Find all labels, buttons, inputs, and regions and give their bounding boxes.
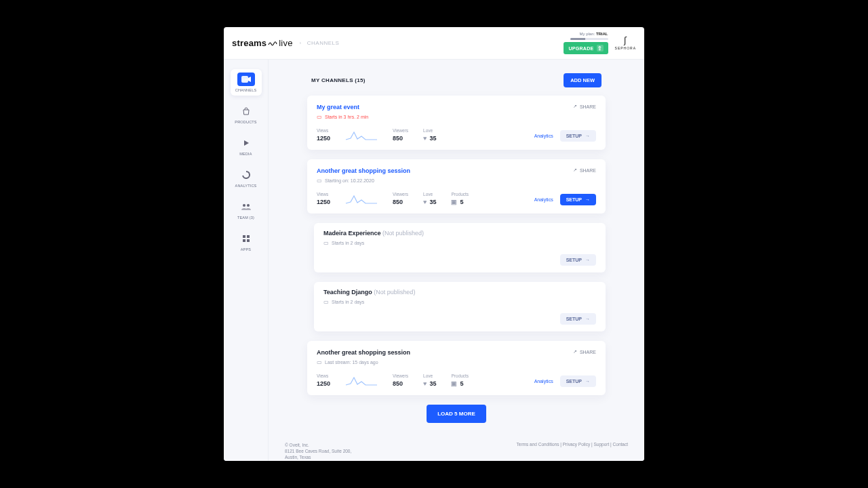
footer-link[interactable]: Terms and Conditions	[517, 442, 559, 447]
channel-card: Another great shopping session↗SHARE▭Sta…	[307, 159, 606, 214]
plan-label: My plan:	[580, 32, 595, 36]
footer-link[interactable]: Contact	[613, 442, 628, 447]
views-value: 1250	[317, 135, 330, 142]
calendar-icon: ▭	[317, 359, 322, 365]
brand-badge[interactable]: ʃ SEPHORA	[615, 36, 636, 50]
calendar-icon: ▭	[323, 240, 329, 246]
viewers-value: 850	[393, 199, 408, 205]
sidebar-item-label: APPS	[241, 247, 251, 251]
sidebar-item-chart[interactable]: ANALYTICS	[231, 165, 262, 191]
chevron-right-icon: ›	[300, 40, 302, 46]
brand-name: SEPHORA	[615, 46, 636, 50]
app-frame: streams live › CHANNELS My plan: TRIAL U…	[224, 27, 644, 461]
sidebar-item-label: MEDIA	[239, 152, 252, 156]
calendar-icon: ▭	[323, 299, 329, 305]
love-label: Love	[423, 128, 436, 133]
viewers-value: 850	[393, 380, 408, 387]
card-meta: ▭Last stream: 15 days ago	[317, 359, 596, 365]
card-title: Teaching Django (Not published)	[323, 289, 415, 296]
top-bar: streams live › CHANNELS My plan: TRIAL U…	[224, 27, 644, 60]
setup-button[interactable]: SETUP →	[560, 313, 596, 325]
channel-card: Another great shopping session↗SHARE▭Las…	[307, 341, 606, 395]
wave-icon	[268, 41, 277, 46]
footer-link[interactable]: Privacy Policy	[563, 442, 590, 447]
products-label: Products	[451, 192, 469, 197]
heart-icon: ♥	[423, 199, 427, 205]
sidebar-item-apps[interactable]: APPS	[231, 228, 262, 255]
arrow-right-icon: →	[585, 379, 590, 384]
channel-card: Madeira Experience (Not published)▭Start…	[314, 223, 606, 272]
not-published-tag: (Not published)	[374, 289, 415, 296]
card-title: Another great shopping session	[317, 349, 410, 356]
sidebar-item-label: CHANNELS	[235, 88, 257, 92]
arrow-right-icon: →	[585, 197, 590, 202]
views-label: Views	[317, 128, 330, 133]
logo-text-b: live	[279, 38, 292, 48]
sparkline	[345, 375, 378, 387]
sidebar-item-play[interactable]: MEDIA	[231, 133, 262, 159]
share-button[interactable]: ↗SHARE	[573, 349, 596, 354]
love-value: ♥35	[423, 135, 436, 142]
analytics-link[interactable]: Analytics	[534, 379, 553, 384]
bag-icon	[237, 104, 255, 118]
footer-link[interactable]: Support	[594, 442, 610, 447]
brand-mark-icon: ʃ	[624, 36, 627, 45]
products-value: ▣5	[451, 199, 469, 205]
setup-button[interactable]: SETUP →	[560, 194, 596, 205]
card-meta: ▭Starts in 2 days	[323, 299, 596, 305]
team-icon	[237, 200, 255, 214]
svg-rect-4	[243, 235, 245, 238]
viewers-label: Viewers	[393, 192, 408, 197]
page-title: MY CHANNELS (15)	[311, 77, 366, 83]
svg-rect-7	[247, 239, 250, 242]
views-value: 1250	[317, 380, 330, 387]
bag-icon: ▣	[451, 199, 457, 205]
sidebar-item-video[interactable]: LIVECHANNELS	[231, 69, 262, 96]
plan-value: TRIAL	[596, 32, 608, 36]
channel-card: Teaching Django (Not published)▭Starts i…	[314, 282, 606, 331]
svg-point-3	[247, 204, 250, 207]
play-icon	[237, 136, 255, 150]
setup-button[interactable]: SETUP →	[560, 130, 596, 142]
views-value: 1250	[317, 199, 330, 205]
setup-button[interactable]: SETUP →	[560, 254, 596, 266]
breadcrumb-current: CHANNELS	[307, 40, 340, 46]
products-label: Products	[451, 373, 469, 378]
footer-links: Terms and Conditions | Privacy Policy | …	[517, 442, 628, 447]
calendar-icon: ▭	[317, 114, 322, 120]
load-more-button[interactable]: LOAD 5 MORE	[427, 405, 486, 423]
sparkline	[345, 129, 378, 142]
share-button[interactable]: ↗SHARE	[573, 167, 596, 173]
sparkline	[345, 193, 378, 205]
sidebar-item-label: PRODUCTS	[235, 120, 256, 124]
sidebar-item-bag[interactable]: PRODUCTS	[231, 101, 262, 127]
add-new-button[interactable]: ADD NEW	[564, 73, 601, 87]
channel-card: My great event↗SHARE▭Starts in 3 hrs. 2 …	[307, 96, 606, 150]
share-icon: ↗	[573, 104, 577, 109]
setup-button[interactable]: SETUP →	[560, 375, 596, 387]
chart-icon	[237, 168, 255, 182]
breadcrumb: › CHANNELS	[300, 40, 340, 46]
sidebar-item-team[interactable]: TEAM (3)	[231, 197, 262, 223]
analytics-link[interactable]: Analytics	[534, 134, 553, 138]
upgrade-button[interactable]: UPGRADE ⇧	[564, 42, 608, 54]
card-meta: ▭Starts in 3 hrs. 2 min	[317, 114, 596, 120]
footer-address-1: 8121 Bee Caves Road, Suite 200,	[285, 448, 351, 454]
plan-widget: My plan: TRIAL UPGRADE ⇧	[564, 32, 608, 54]
views-label: Views	[317, 373, 330, 378]
love-label: Love	[423, 192, 436, 197]
apps-icon	[237, 232, 255, 245]
viewers-label: Viewers	[393, 373, 408, 378]
main-scroll[interactable]: MY CHANNELS (15) ADD NEW My great event↗…	[269, 60, 644, 461]
logo[interactable]: streams live	[232, 38, 293, 48]
love-value: ♥35	[423, 380, 436, 387]
card-title[interactable]: My great event	[317, 104, 359, 110]
card-title[interactable]: Another great shopping session	[317, 167, 410, 174]
arrow-right-icon: →	[585, 134, 590, 138]
footer: © Oveit, Inc. 8121 Bee Caves Road, Suite…	[269, 442, 644, 461]
share-button[interactable]: ↗SHARE	[573, 104, 596, 109]
calendar-icon: ▭	[317, 178, 322, 184]
logo-text-a: streams	[232, 38, 267, 48]
svg-text:LIVE: LIVE	[243, 78, 249, 81]
analytics-link[interactable]: Analytics	[534, 197, 553, 202]
